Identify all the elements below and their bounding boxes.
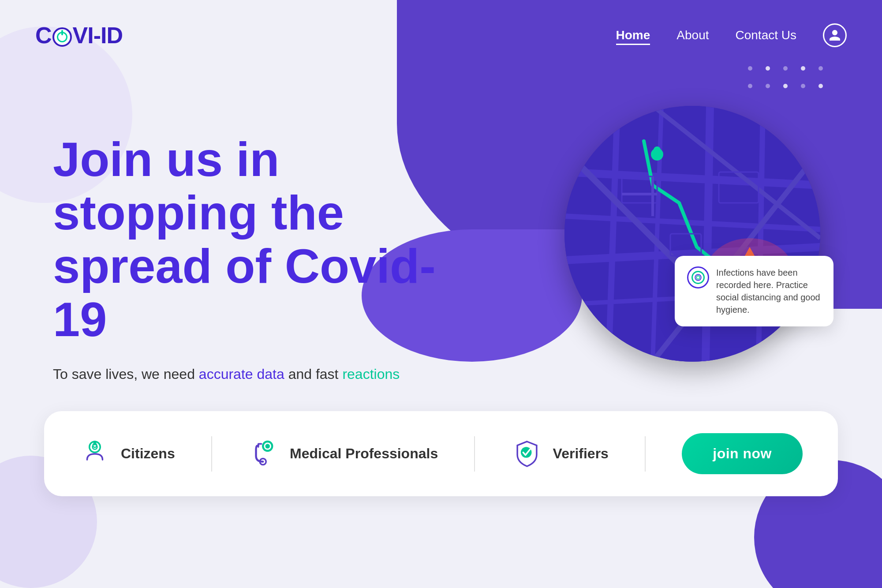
bottom-card: Citizens Medical Professionals Verifiers… (44, 411, 838, 496)
svg-point-30 (265, 444, 270, 449)
divider-2 (474, 436, 475, 472)
hero-section: Join us in stopping the spread of Covid-… (0, 71, 882, 385)
hero-text: Join us in stopping the spread of Covid-… (53, 106, 450, 385)
nav-item-home[interactable]: Home (616, 28, 650, 42)
medical-label: Medical Professionals (290, 446, 438, 462)
svg-point-23 (696, 276, 700, 279)
notification-text: Infections have been recorded here. Prac… (716, 266, 821, 316)
navbar: CVI-ID Home About Contact Us (0, 0, 882, 71)
notification-card: Infections have been recorded here. Prac… (675, 256, 833, 326)
divider-1 (211, 436, 212, 472)
hero-title: Join us in stopping the spread of Covid-… (53, 132, 450, 346)
nav-link-about[interactable]: About (676, 28, 709, 42)
join-now-button[interactable]: join now (682, 433, 803, 474)
divider-3 (645, 436, 646, 472)
nav-item-contact[interactable]: Contact Us (736, 28, 797, 42)
nav-item-about[interactable]: About (676, 28, 709, 42)
hero-visual: ! (538, 71, 847, 335)
verifiers-label: Verifiers (553, 446, 609, 462)
logo-icon (52, 27, 72, 47)
verifier-icon (512, 438, 542, 469)
citizens-label: Citizens (121, 446, 175, 462)
medical-icon (248, 438, 279, 469)
verifiers-item: Verifiers (512, 438, 609, 469)
user-svg (828, 29, 841, 42)
svg-point-27 (93, 441, 97, 444)
svg-point-16 (654, 146, 661, 154)
nav-links: Home About Contact Us (616, 23, 847, 47)
user-icon[interactable] (823, 23, 847, 47)
svg-point-22 (695, 274, 701, 281)
medical-item: Medical Professionals (248, 438, 438, 469)
hero-subtitle: To save lives, we need accurate data and… (53, 363, 450, 385)
notification-icon (687, 266, 709, 288)
svg-point-26 (93, 443, 97, 447)
logo: CVI-ID (35, 22, 123, 49)
citizens-item: Citizens (79, 438, 175, 469)
citizen-icon (79, 438, 110, 469)
nav-link-home[interactable]: Home (616, 28, 650, 45)
nav-link-contact[interactable]: Contact Us (736, 28, 797, 42)
